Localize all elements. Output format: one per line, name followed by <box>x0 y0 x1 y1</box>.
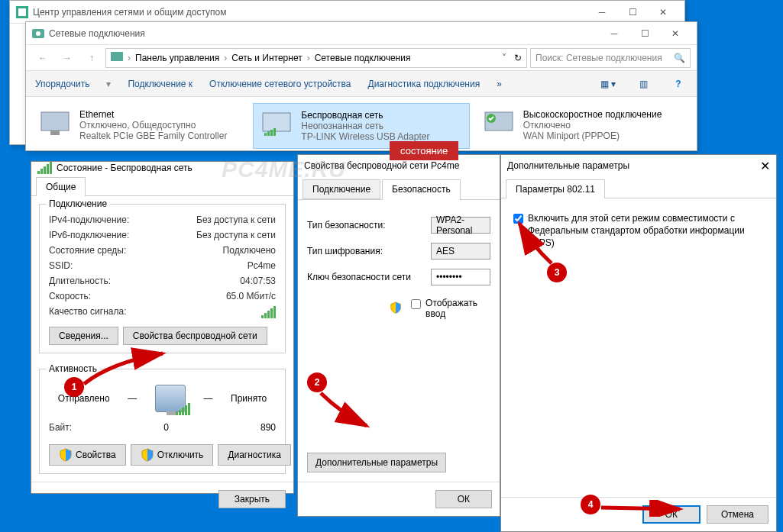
dash: — <box>128 393 137 404</box>
key-label: Ключ безопасности сети <box>307 272 422 282</box>
svg-rect-5 <box>41 112 69 131</box>
breadcrumb[interactable]: › Панель управления › Сеть и Интернет › … <box>105 48 527 68</box>
annotation-marker-4: 4 <box>581 495 600 514</box>
tab-general[interactable]: Общие <box>36 177 86 196</box>
shield-icon <box>390 301 402 315</box>
sectype-dropdown[interactable]: WPA2-Personal <box>431 217 490 234</box>
diagnose-button[interactable]: Диагностика <box>218 444 291 466</box>
speed-value: 65.0 Мбит/с <box>226 291 276 301</box>
wireless-properties-dialog: Свойства беспроводной сети Pc4me Подключ… <box>297 154 500 517</box>
command-bar: Упорядочить▾ Подключение к Отключение се… <box>26 71 697 97</box>
connection-status: Отключено, Общедоступно <box>79 120 227 131</box>
window-title: Сетевые подключения <box>49 28 599 39</box>
annotation-arrow-4 <box>600 500 688 517</box>
crumb-item[interactable]: Сетевые подключения <box>315 53 411 63</box>
connections-list: Ethernet Отключено, Общедоступно Realtek… <box>26 97 697 155</box>
disconnect-button[interactable]: Отключить <box>131 444 214 466</box>
bytes-recv: 890 <box>260 422 276 433</box>
cancel-button[interactable]: Отмена <box>707 505 768 524</box>
search-placeholder: Поиск: Сетевые подключения <box>535 53 662 63</box>
svg-rect-10 <box>270 130 273 136</box>
folder-icon <box>111 50 123 65</box>
connection-name: Ethernet <box>79 109 227 120</box>
maximize-button[interactable]: ☐ <box>617 2 648 23</box>
annotation-marker-1: 1 <box>64 377 84 397</box>
tabs: Подключение Безопасность <box>298 179 500 200</box>
ipv6-value: Без доступа к сети <box>196 230 276 240</box>
advanced-params-dialog: Дополнительные параметры ✕ Параметры 802… <box>500 154 777 532</box>
close-button[interactable]: ✕ <box>648 2 678 23</box>
signal-icon <box>37 162 52 174</box>
annotation-marker-2: 2 <box>307 372 327 392</box>
bytes-label: Байт: <box>49 422 72 433</box>
connection-name: Беспроводная сеть <box>301 110 429 121</box>
duration-value: 04:07:53 <box>240 276 276 286</box>
svg-rect-1 <box>18 8 26 16</box>
media-value: Подключено <box>223 245 276 256</box>
diagnose-button[interactable]: Диагностика подключения <box>368 79 480 89</box>
more-button[interactable]: » <box>497 79 502 89</box>
back-button[interactable]: ← <box>32 48 53 68</box>
crumb-item[interactable]: Панель управления <box>135 53 219 63</box>
enc-dropdown[interactable]: AES <box>431 243 490 260</box>
minimize-button[interactable]: ─ <box>599 23 629 44</box>
minimize-button[interactable]: ─ <box>587 2 617 23</box>
connection-ethernet[interactable]: Ethernet Отключено, Общедоступно Realtek… <box>32 103 247 149</box>
close-button[interactable]: ✕ <box>760 159 770 173</box>
search-input[interactable]: Поиск: Сетевые подключения 🔍 <box>530 48 691 68</box>
preview-pane-icon[interactable]: ▥ <box>634 75 652 93</box>
connection-broadband[interactable]: Высокоскоростное подключение Отключено W… <box>476 103 691 149</box>
close-button[interactable]: Закрыть <box>218 490 286 508</box>
fips-label: Включить для этой сети режим совместимос… <box>528 212 764 250</box>
ssid-label: SSID: <box>49 260 73 271</box>
bytes-sent: 0 <box>163 422 169 433</box>
media-label: Состояние среды: <box>49 245 126 256</box>
titlebar: Центр управления сетями и общим доступом… <box>10 1 684 24</box>
annotation-marker-3: 3 <box>547 263 567 282</box>
refresh-icon[interactable]: ↻ <box>514 53 522 63</box>
wireless-status-dialog: Состояние - Беспроводная сеть Общие Подк… <box>31 161 294 494</box>
dialog-titlebar: Дополнительные параметры ✕ <box>501 155 776 176</box>
tab-security[interactable]: Безопасность <box>382 179 461 200</box>
crumb-item[interactable]: Сеть и Интернет <box>231 53 302 63</box>
connect-to-button[interactable]: Подключение к <box>128 79 193 89</box>
connection-status: Неопознанная сеть <box>301 121 429 131</box>
sectype-label: Тип безопасности: <box>307 220 422 231</box>
annotation-label: состояние <box>390 141 458 160</box>
key-input[interactable]: •••••••• <box>431 269 490 285</box>
signal-label: Качество сигнала: <box>49 306 126 318</box>
window-title: Центр управления сетями и общим доступом <box>33 7 587 18</box>
ipv4-value: Без доступа к сети <box>196 214 276 225</box>
maximize-button[interactable]: ☐ <box>629 23 660 44</box>
broadband-icon <box>482 109 516 140</box>
tab-802-11[interactable]: Параметры 802.11 <box>506 179 605 198</box>
connection-adapter: WAN Miniport (PPPOE) <box>523 131 662 141</box>
connection-adapter: TP-LINK Wireless USB Adapter <box>301 131 429 142</box>
activity-signal-icon <box>176 403 190 415</box>
duration-label: Длительность: <box>49 276 111 286</box>
show-chars-checkbox[interactable]: Отображать ввод <box>411 295 490 322</box>
tabs: Параметры 802.11 <box>501 179 776 198</box>
wireless-icon <box>260 110 293 140</box>
breadcrumb-dropdown[interactable]: ˅ <box>502 53 506 63</box>
watermark: PC4ME.RU <box>222 156 346 182</box>
ethernet-icon <box>38 109 72 140</box>
disable-device-button[interactable]: Отключение сетевого устройства <box>209 79 351 89</box>
svg-rect-9 <box>267 131 270 136</box>
annotation-arrow-2 <box>317 389 378 431</box>
advanced-params-button[interactable]: Дополнительные параметры <box>307 453 446 472</box>
help-icon[interactable]: ? <box>669 75 688 93</box>
close-button[interactable]: ✕ <box>660 23 691 44</box>
properties-button[interactable]: Свойства <box>49 444 126 466</box>
ok-button[interactable]: ОК <box>435 490 492 508</box>
details-button[interactable]: Сведения... <box>49 327 118 345</box>
dialog-footer: Закрыть <box>31 482 293 516</box>
dialog-title: Дополнительные параметры <box>507 160 629 171</box>
wireless-properties-button[interactable]: Свойства беспроводной сети <box>123 327 267 345</box>
forward-button[interactable]: → <box>57 48 78 68</box>
dash: — <box>203 393 212 404</box>
search-icon: 🔍 <box>674 53 685 63</box>
up-button[interactable]: ↑ <box>81 48 102 68</box>
view-mode-icon[interactable]: ▦ ▾ <box>599 75 617 93</box>
organize-menu[interactable]: Упорядочить <box>35 79 89 89</box>
